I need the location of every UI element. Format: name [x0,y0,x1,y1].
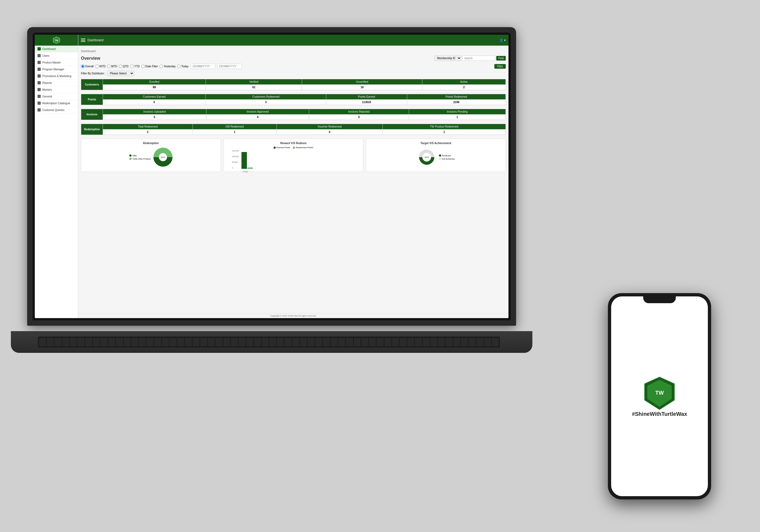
sidebar-item-label: Dashboard [42,48,56,51]
legend-gifts: Gifts [129,155,151,157]
redeemed-pts-dot [293,147,295,149]
sidebar-item-general[interactable]: General [35,93,78,100]
target-chart-content: 50% Achieved [369,146,503,168]
reports-icon [37,81,41,84]
invoices-val-pending: 1 [409,114,505,120]
membership-select[interactable]: Membership ID [434,55,461,61]
app-ui: TW Dashboard Users [35,35,508,318]
customers-val-enrolled: 88 [103,85,206,90]
pie-legend: Gifts Turtle Wax Product [129,155,151,160]
radio-ytd[interactable]: YTD [130,65,140,68]
redemption-chart-card: Redemption Gifts [81,139,221,172]
sidebar-item-users[interactable]: Users [35,52,78,59]
points-col-redeemed: Customers Redeemed [206,94,326,100]
laptop-base [11,331,532,353]
customer-icon [37,108,41,111]
sidebar: TW Dashboard Users [35,35,78,318]
overview-header: Overview Membership ID Find [81,55,506,61]
top-bar-title: Dashboard [87,38,104,42]
target-donut-svg: 50% [417,148,436,167]
customers-col-verified: Verified [206,79,302,85]
radio-date-filter[interactable]: Date Filter [141,65,158,68]
redemption-chart-title: Redemption [84,142,218,145]
y-axis: 150,000 100,000 50,000 0 [232,150,239,169]
radio-overall[interactable]: Overall [81,65,94,68]
dashboard-icon [37,47,41,51]
date-input-to[interactable] [217,64,242,69]
users-icon [37,54,41,57]
sidebar-item-reports[interactable]: Reports [35,79,78,86]
footer: Copyright © 2022 Turtle Wax All rights r… [78,313,508,318]
points-row-header: Points [81,94,103,105]
sidebar-item-product-master[interactable]: Product Master [35,59,78,66]
customers-stats-table: Customers Enrolled Verified Unverified A… [81,79,506,90]
redemption-col-gift: Gift Redeemed [193,124,276,129]
sidebar-item-label: Masters [42,88,52,91]
filter-row: Overall WTD MTD QTD YTD Date Filter Yest… [81,64,506,69]
radio-yesterday[interactable]: Yesterday [160,65,175,68]
find-button[interactable]: Find [496,56,506,61]
radio-wtd[interactable]: WTD [95,65,106,68]
pie-container: Gifts Turtle Wax Product [129,148,172,167]
svg-text:TW: TW [655,390,664,396]
points-col-points-earned: Points Earned [326,94,407,100]
gifts-dot [129,155,131,156]
earned-bar [242,152,247,169]
laptop-keyboard [38,336,500,347]
phone: TW #ShineWithTurtleWax [608,293,711,500]
search-bar: Membership ID Find [434,55,506,61]
masters-icon [37,88,41,91]
sidebar-item-dashboard[interactable]: Dashboard [35,46,78,52]
product-icon [37,61,41,64]
scene: TW Dashboard Users [0,0,760,532]
legend-achieved: Achieved [439,155,455,157]
customers-col-enrolled: Enrolled [103,79,206,85]
date-input-from[interactable] [191,64,215,69]
points-val-pts-earned: 113010 [326,100,407,105]
distributor-label: Filter By Distributor: [81,72,105,75]
sidebar-item-label: Reports [42,81,52,84]
user-icon[interactable]: 👤 ▾ [499,38,506,42]
sidebar-item-label: General [42,95,52,98]
distributor-select[interactable]: Please Select [107,70,134,76]
sidebar-item-program-manager[interactable]: Program Manager [35,66,78,73]
redemption-val-voucher: 0 [276,129,383,135]
customers-val-verified: 61 [206,85,302,90]
radio-qtd[interactable]: QTD [119,65,128,68]
sidebar-item-label: Product Master [42,61,61,64]
svg-text:TW: TW [55,39,58,42]
earned-label: Earned Points [276,146,290,149]
sidebar-item-label: Redemption Catalogue [42,102,70,105]
radio-mtd[interactable]: MTD [107,65,117,68]
invoices-stats-table: Invoices Invoices Uploaded Invoices Appr… [81,109,506,120]
legend-not-achieved: Not Achieved [439,158,455,160]
sidebar-item-promotions-marketing[interactable]: Promotions & Marketing [35,73,78,79]
radio-today[interactable]: Today [177,65,188,68]
customers-val-active: 2 [422,85,505,90]
invoices-col-rejected: Invoices Rejected [309,109,409,114]
promo-icon [37,74,41,78]
logo-shield: TW [53,36,60,44]
points-val-cust-redeemed: 3 [206,100,326,105]
sidebar-item-label: Program Manager [42,68,64,71]
filter-button[interactable]: Filter [494,64,506,69]
not-achieved-dot [439,158,441,160]
redemption-pie-svg: 50% [154,148,172,167]
points-stats-table: Points Customers Earned Customers Redeem… [81,94,506,105]
search-input[interactable] [462,56,495,61]
hamburger-menu[interactable] [81,38,85,42]
target-legend: Achieved Not Achieved [439,155,455,160]
redemption-col-tw: TW Product Redeemed [383,124,506,129]
sidebar-item-redemption-catalogue[interactable]: Redemption Catalogue [35,100,78,107]
sidebar-item-masters[interactable]: Masters [35,86,78,93]
dashboard-area: Dashboard Overview Membership ID [78,46,508,313]
x-axis-label: Points [243,171,248,173]
sidebar-item-customer-queries[interactable]: Customer Queries [35,107,78,113]
invoices-col-approved: Invoices Approved [206,109,309,114]
donut-container: 50% Achieved [417,148,455,167]
invoices-row-header: Invoices [81,109,103,120]
sidebar-item-label: Users [42,54,49,57]
achieved-label: Achieved [442,155,451,157]
legend-tw-product: Turtle Wax Product [129,158,151,160]
legend-earned: Earned Points [273,146,290,149]
